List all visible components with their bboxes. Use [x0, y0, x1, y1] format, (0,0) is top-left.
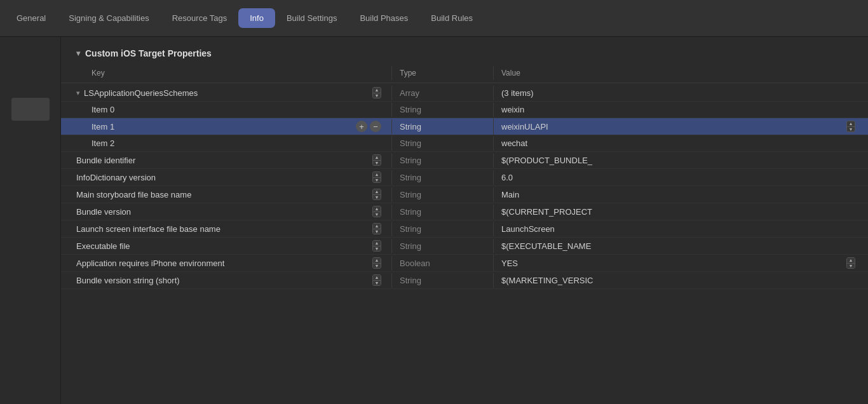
sidebar-scroll-indicator — [11, 98, 50, 121]
col-header-key: Key — [61, 66, 391, 80]
stepper-down[interactable]: ▼ — [373, 212, 381, 217]
cell-value: $(CURRENT_PROJECT — [493, 205, 868, 219]
cell-key: InfoDictionary version ▲ ▼ — [61, 169, 391, 185]
table-row[interactable]: Item 1 + − String weixinULAPI ▲ ▼ — [61, 118, 868, 135]
stepper-control[interactable]: ▲ ▼ — [372, 189, 381, 200]
cell-value: $(MARKETING_VERSIC — [493, 273, 868, 288]
add-icon[interactable]: + — [356, 121, 367, 132]
key-label: InfoDictionary version — [76, 173, 156, 182]
stepper-down[interactable]: ▼ — [373, 195, 381, 200]
sidebar — [0, 37, 61, 404]
stepper-up[interactable]: ▲ — [847, 258, 855, 264]
key-label: Bundle identifier — [76, 156, 135, 165]
stepper-control[interactable]: ▲ ▼ — [372, 257, 381, 269]
cell-type: String — [391, 102, 493, 117]
table-row[interactable]: Item 2 String wechat — [61, 135, 868, 152]
stepper-down[interactable]: ▼ — [373, 264, 381, 269]
cell-type: String — [391, 205, 493, 219]
tab-resource-tags[interactable]: Resource Tags — [161, 8, 238, 28]
cell-value: (3 items) — [493, 86, 868, 100]
stepper-down[interactable]: ▼ — [373, 246, 381, 252]
cell-value: weixinULAPI ▲ ▼ — [493, 118, 868, 135]
cell-type: String — [391, 136, 493, 151]
col-header-value: Value — [493, 66, 868, 80]
table-row[interactable]: Bundle version string (short) ▲ ▼ String… — [61, 272, 868, 289]
col-header-type: Type — [391, 66, 493, 80]
cell-value: LaunchScreen — [493, 222, 868, 236]
cell-key: Item 1 + − — [61, 118, 391, 135]
stepper-up[interactable]: ▲ — [373, 258, 381, 264]
section-title: Custom iOS Target Properties — [85, 48, 212, 58]
stepper-up[interactable]: ▲ — [373, 88, 381, 93]
stepper-down[interactable]: ▼ — [847, 127, 855, 132]
stepper-down[interactable]: ▼ — [373, 281, 381, 286]
stepper-up[interactable]: ▲ — [373, 206, 381, 212]
tab-bar: General Signing & Capabilities Resource … — [0, 0, 868, 37]
table-container: ▾ LSApplicationQueriesSchemes ▲ ▼ Array … — [61, 84, 868, 289]
table-row[interactable]: Executable file ▲ ▼ String $(EXECUTABLE_… — [61, 238, 868, 255]
row-chevron[interactable]: ▾ — [76, 89, 80, 97]
properties-content: ▾ Custom iOS Target Properties Key Type … — [61, 37, 868, 404]
table-row[interactable]: Bundle version ▲ ▼ String $(CURRENT_PROJ… — [61, 203, 868, 220]
value-stepper[interactable]: ▲ ▼ — [846, 121, 855, 132]
stepper-control[interactable]: ▲ ▼ — [372, 274, 381, 286]
cell-key: Launch screen interface file base name ▲… — [61, 220, 391, 237]
key-label: LSApplicationQueriesSchemes — [84, 88, 198, 98]
cell-key: Item 0 — [61, 102, 391, 117]
key-label: Bundle version — [76, 207, 131, 217]
cell-key: Bundle version ▲ ▼ — [61, 203, 391, 220]
tab-general[interactable]: General — [5, 8, 57, 28]
stepper-up[interactable]: ▲ — [373, 241, 381, 246]
cell-value: Main — [493, 187, 868, 202]
key-label: Application requires iPhone environment — [76, 259, 224, 268]
stepper-up[interactable]: ▲ — [373, 155, 381, 161]
cell-type: String — [391, 187, 493, 202]
stepper-down[interactable]: ▼ — [373, 93, 381, 98]
table-row[interactable]: InfoDictionary version ▲ ▼ String 6.0 — [61, 169, 868, 186]
tab-build-phases[interactable]: Build Phases — [348, 8, 419, 28]
stepper-control[interactable]: ▲ ▼ — [372, 223, 381, 234]
cell-value: YES ▲ ▼ — [493, 255, 868, 271]
cell-key: ▾ LSApplicationQueriesSchemes ▲ ▼ — [61, 84, 391, 101]
value-stepper[interactable]: ▲ ▼ — [846, 257, 855, 269]
table-row[interactable]: Bundle identifier ▲ ▼ String $(PRODUCT_B… — [61, 152, 868, 169]
cell-type: String — [391, 222, 493, 236]
stepper-down[interactable]: ▼ — [373, 161, 381, 166]
cell-type: String — [391, 119, 493, 134]
stepper-control[interactable]: ▲ ▼ — [372, 154, 381, 166]
cell-type: Boolean — [391, 256, 493, 271]
table-row[interactable]: Application requires iPhone environment … — [61, 255, 868, 272]
column-headers: Key Type Value — [61, 66, 868, 83]
stepper-control[interactable]: ▲ ▼ — [372, 87, 381, 98]
main-content: ▾ Custom iOS Target Properties Key Type … — [0, 37, 868, 404]
cell-key: Bundle version string (short) ▲ ▼ — [61, 272, 391, 288]
stepper-down[interactable]: ▼ — [847, 264, 855, 269]
stepper-up[interactable]: ▲ — [847, 121, 855, 127]
stepper-control[interactable]: ▲ ▼ — [372, 240, 381, 252]
tab-build-rules[interactable]: Build Rules — [419, 8, 484, 28]
table-row[interactable]: Item 0 String weixin — [61, 102, 868, 118]
table-row[interactable]: Launch screen interface file base name ▲… — [61, 220, 868, 238]
table-row[interactable]: Main storyboard file base name ▲ ▼ Strin… — [61, 186, 868, 203]
tab-info[interactable]: Info — [238, 8, 275, 28]
stepper-up[interactable]: ▲ — [373, 189, 381, 195]
cell-value: 6.0 — [493, 170, 868, 185]
cell-value: wechat — [493, 136, 868, 151]
key-label: Item 0 — [92, 105, 114, 114]
stepper-up[interactable]: ▲ — [373, 172, 381, 178]
stepper-up[interactable]: ▲ — [373, 275, 381, 281]
cell-key: Main storyboard file base name ▲ ▼ — [61, 186, 391, 203]
cell-key: Executable file ▲ ▼ — [61, 238, 391, 254]
cell-value: $(PRODUCT_BUNDLE_ — [493, 153, 868, 168]
cell-key: Item 2 — [61, 136, 391, 151]
table-row[interactable]: ▾ LSApplicationQueriesSchemes ▲ ▼ Array … — [61, 84, 868, 102]
stepper-control[interactable]: ▲ ▼ — [372, 172, 381, 183]
stepper-down[interactable]: ▼ — [373, 178, 381, 183]
stepper-down[interactable]: ▼ — [373, 229, 381, 234]
remove-icon[interactable]: − — [370, 121, 381, 132]
stepper-up[interactable]: ▲ — [373, 224, 381, 229]
section-chevron[interactable]: ▾ — [76, 49, 80, 58]
tab-build-settings[interactable]: Build Settings — [275, 8, 349, 28]
tab-signing[interactable]: Signing & Capabilities — [57, 8, 160, 28]
stepper-control[interactable]: ▲ ▼ — [372, 206, 381, 217]
